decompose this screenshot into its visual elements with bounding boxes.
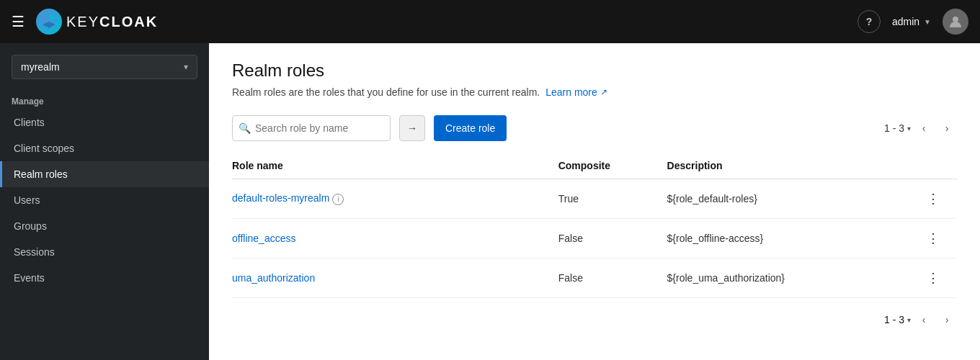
- col-header-role-name: Role name: [232, 153, 558, 179]
- role-name-link[interactable]: default-roles-myrealm: [232, 192, 329, 204]
- table-row: uma_authorizationFalse${role_uma_authori…: [232, 258, 957, 298]
- table-cell-actions: ⋮: [921, 258, 957, 298]
- search-icon: 🔍: [239, 122, 251, 134]
- bottom-pagination-label: 1 - 3 ▾: [884, 314, 911, 325]
- pagination-prev-button[interactable]: ‹: [914, 118, 934, 138]
- bottom-pagination-caret[interactable]: ▾: [907, 316, 911, 324]
- table-cell-role-name: default-roles-myrealmi: [232, 179, 558, 219]
- realm-selector-caret: ▾: [184, 62, 188, 72]
- table-cell-description: ${role_default-roles}: [667, 179, 921, 219]
- table-cell-role-name: uma_authorization: [232, 258, 558, 298]
- logo: KEYCLOAK: [36, 9, 158, 35]
- toolbar: 🔍 → Create role 1 - 3 ▾ ‹ ›: [232, 115, 957, 141]
- sidebar-item-label: Clients: [14, 117, 45, 128]
- pagination-caret[interactable]: ▾: [907, 125, 911, 132]
- hamburger-icon[interactable]: ☰: [12, 13, 24, 30]
- help-button[interactable]: ?: [858, 10, 881, 33]
- pagination-bottom: 1 - 3 ▾ ‹ ›: [232, 304, 957, 330]
- create-role-button[interactable]: Create role: [434, 115, 507, 141]
- sidebar: myrealm ▾ Manage Clients Client scopes R…: [0, 43, 209, 360]
- realm-name: myrealm: [21, 61, 60, 73]
- main-content: Realm roles Realm roles are the roles th…: [209, 43, 980, 360]
- col-header-description: Description: [667, 153, 921, 179]
- table-cell-description: ${role_offline-access}: [667, 219, 921, 258]
- realm-selector[interactable]: myrealm ▾: [12, 55, 197, 79]
- bottom-pagination-prev-button[interactable]: ‹: [914, 310, 934, 330]
- learn-more-label: Learn more: [545, 86, 597, 98]
- search-go-arrow: →: [407, 122, 417, 134]
- table-cell-role-name: offline_access: [232, 219, 558, 258]
- sidebar-item-label: Groups: [14, 220, 47, 232]
- role-name-link[interactable]: offline_access: [232, 233, 295, 244]
- logo-text: KEYCLOAK: [66, 14, 158, 30]
- col-header-composite: Composite: [558, 153, 667, 179]
- table-cell-composite: False: [558, 219, 667, 258]
- pagination-top: 1 - 3 ▾ ‹ ›: [884, 118, 957, 138]
- pagination-label: 1 - 3 ▾: [884, 122, 911, 134]
- table-cell-description: ${role_uma_authorization}: [667, 258, 921, 298]
- table-row: default-roles-myrealmiTrue${role_default…: [232, 179, 957, 219]
- table-header-row: Role name Composite Description: [232, 153, 957, 179]
- sidebar-item-label: Users: [14, 194, 40, 206]
- info-icon[interactable]: i: [332, 194, 344, 205]
- sidebar-item-events[interactable]: Events: [0, 265, 209, 291]
- search-input[interactable]: [255, 122, 384, 134]
- table-cell-composite: True: [558, 179, 667, 219]
- sidebar-item-label: Events: [14, 272, 45, 284]
- external-link-icon: ↗: [600, 87, 607, 97]
- sidebar-item-realm-roles[interactable]: Realm roles: [0, 161, 209, 187]
- sidebar-item-clients[interactable]: Clients: [0, 109, 209, 135]
- svg-point-3: [953, 17, 958, 22]
- sidebar-item-label: Client scopes: [14, 143, 74, 154]
- user-dropdown-caret: ▼: [924, 18, 931, 26]
- role-name-link[interactable]: uma_authorization: [232, 272, 315, 284]
- kebab-menu-button[interactable]: ⋮: [921, 188, 945, 210]
- roles-table: Role name Composite Description default-…: [232, 153, 957, 298]
- pagination-next-button[interactable]: ›: [937, 118, 957, 138]
- page-description: Realm roles are the roles that you defin…: [232, 86, 957, 98]
- user-menu[interactable]: admin ▼: [892, 16, 931, 27]
- bottom-pagination-next-button[interactable]: ›: [937, 310, 957, 330]
- sidebar-item-client-scopes[interactable]: Client scopes: [0, 135, 209, 161]
- kebab-menu-button[interactable]: ⋮: [921, 228, 945, 249]
- sidebar-item-label: Realm roles: [14, 168, 68, 180]
- sidebar-item-label: Sessions: [14, 246, 55, 258]
- logo-icon: [36, 9, 62, 35]
- sidebar-item-sessions[interactable]: Sessions: [0, 239, 209, 265]
- learn-more-link[interactable]: Learn more ↗: [545, 86, 607, 98]
- table-cell-composite: False: [558, 258, 667, 298]
- table-cell-actions: ⋮: [921, 179, 957, 219]
- table-row: offline_accessFalse${role_offline-access…: [232, 219, 957, 258]
- col-header-actions: [921, 153, 957, 179]
- page-desc-text: Realm roles are the roles that you defin…: [232, 86, 540, 98]
- user-name: admin: [892, 16, 919, 27]
- search-box: 🔍: [232, 115, 391, 141]
- table-cell-actions: ⋮: [921, 219, 957, 258]
- sidebar-item-groups[interactable]: Groups: [0, 213, 209, 239]
- sidebar-section-manage: Manage: [0, 91, 209, 109]
- layout: myrealm ▾ Manage Clients Client scopes R…: [0, 43, 980, 360]
- search-go-button[interactable]: →: [399, 115, 425, 141]
- avatar[interactable]: [943, 9, 968, 35]
- top-nav: ☰ KEYCLOAK ? admin ▼: [0, 0, 980, 43]
- sidebar-item-users[interactable]: Users: [0, 187, 209, 213]
- page-title: Realm roles: [232, 60, 957, 81]
- kebab-menu-button[interactable]: ⋮: [921, 267, 945, 289]
